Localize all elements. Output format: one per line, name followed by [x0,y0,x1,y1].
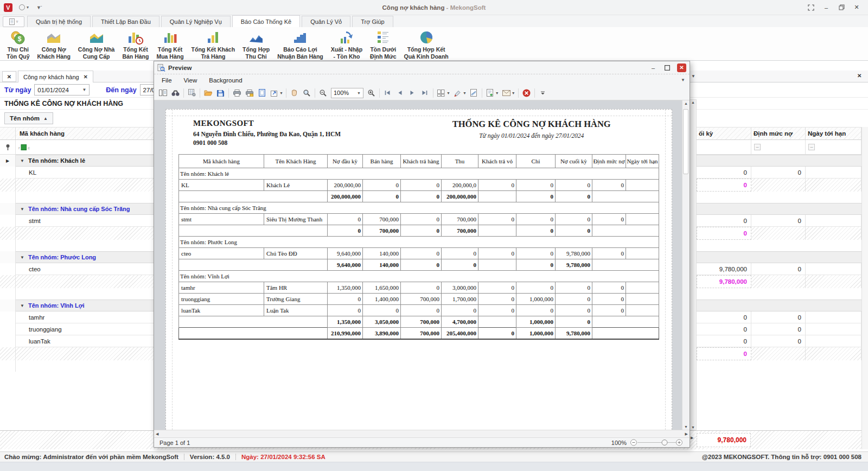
scale-button[interactable] [268,87,280,99]
nav-next-button[interactable] [406,87,419,99]
preview-close-icon[interactable]: ✕ [677,63,686,72]
quick-access-customize-icon[interactable]: ▼̄ [36,5,41,10]
filter-row-right[interactable]: –– [697,140,861,155]
tab-close-icon[interactable]: ✕ [84,74,88,80]
ribbon-button-area-chart-gray[interactable]: Công NợKhách Hàng [35,29,73,60]
send-dropdown-icon[interactable]: ▼ [512,91,515,95]
scroll-up-icon[interactable]: ▲ [691,100,695,104]
page-margins-button[interactable] [256,87,268,99]
data-row-KL[interactable]: KL [0,167,154,179]
quick-print-button[interactable] [243,87,256,99]
group-row-2[interactable]: ▼Tên nhóm: Nhà cung cấp Sóc Trăng [0,203,154,215]
preview-minimize-icon[interactable]: – [649,63,658,72]
page-color-dropdown-icon[interactable]: ▼ [463,91,467,95]
ribbon-button-bars-cycle[interactable]: Xuất - Nhập- Tồn Kho [328,29,365,60]
nav-first-button[interactable] [381,87,394,99]
ribbon-button-area-chart-teal[interactable]: Công Nợ NhàCung Cấp [75,29,118,60]
close-tab-button[interactable]: ✕ [2,71,16,82]
ribbon-button-line-mountain[interactable]: Tổng HợpThu Chi [240,29,272,60]
calendar-dropdown-icon[interactable]: ▼ [78,87,86,92]
data-row-right-cteo[interactable]: 9,780,0000 [697,263,861,275]
search-button[interactable] [169,87,182,99]
minimize-icon[interactable]: – [822,4,830,11]
close-button[interactable] [520,87,533,99]
document-tab[interactable]: Công nợ khách hàng✕ [18,71,93,82]
hand-button[interactable] [288,87,301,99]
ribbon-tab-6[interactable]: Trợ Giúp [352,16,393,27]
filter-row-left[interactable]: rc [0,140,154,155]
column-header-due-date[interactable]: Ngày tới hạn [806,128,861,139]
ribbon-button-pie[interactable]: Tổng Hợp KếtQuả Kinh Doanh [401,29,451,60]
ribbon-tab-2[interactable]: Thiết Lập Ban Đầu [92,16,159,27]
data-row-right-KL[interactable]: 00 [697,167,861,179]
fullscreen-icon[interactable] [807,4,815,11]
data-row-cteo[interactable]: cteo [0,263,154,275]
from-date-input[interactable]: 01/01/2024▼ [34,84,90,96]
page-color-button[interactable] [451,87,464,99]
ribbon-button-steps[interactable]: Báo Cáo LợiNhuận Bán Hàng [275,29,326,60]
multi-page-dropdown-icon[interactable]: ▼ [446,91,450,95]
preview-scroll-right-icon[interactable]: ▶ [685,432,688,436]
scale-dropdown-icon[interactable]: ▼ [279,91,283,95]
ribbon-button-bars-clock[interactable]: Tổng KếtBán Hàng [119,29,151,60]
preview-menu-3[interactable]: Background [209,77,242,84]
group-row-1[interactable]: ▶▼Tên nhóm: Khách lẻ [0,155,154,167]
data-row-right-truonggiang[interactable]: 00 [697,323,861,335]
ribbon-tab-3[interactable]: Quản Lý Nghiệp Vụ [161,16,231,27]
open-button[interactable] [202,87,214,99]
quick-access-caret-icon[interactable]: ▾ [27,5,29,10]
group-by-button[interactable]: Tên nhóm▲ [4,112,53,124]
group-row-3[interactable]: ▼Tên nhóm: Phước Long [0,251,154,263]
group-row-4[interactable]: ▼Tên nhóm: Vĩnh Lợi [0,300,154,311]
panel-close-icon[interactable]: ✕ [857,73,861,79]
tab-scroll-down-icon[interactable]: ▼ [691,74,695,79]
close-icon[interactable]: ✕ [853,4,860,11]
data-row-luanTak[interactable]: luanTak [0,335,154,347]
document-map-button[interactable] [157,87,169,99]
save-button[interactable] [214,87,227,99]
zoom-out-button[interactable] [317,87,329,99]
grid-scrollbar[interactable] [861,127,868,449]
data-row-truonggiang[interactable]: truonggiang [0,323,154,335]
data-row-right-stmt[interactable]: 00 [697,215,861,227]
ribbon-tab-5[interactable]: Quản Lý Vỏ [302,16,350,27]
column-header-closing-balance[interactable]: ối kỳ [697,128,751,139]
send-button[interactable] [500,87,513,99]
preview-horizontal-scrollbar[interactable]: ◀ ▶ [154,430,690,437]
data-row-tamhr[interactable]: tamhr [0,311,154,323]
zoom-select[interactable]: 100%▼ [331,88,363,98]
zoom-tool-button[interactable] [301,87,313,99]
watermark-button[interactable] [468,87,480,99]
app-menu-button[interactable]: ▿ [3,16,24,27]
print-button[interactable] [231,87,243,99]
column-header-customer-code[interactable]: Mã khách hàng [16,128,154,139]
data-row-right-tamhr[interactable]: 00 [697,311,861,323]
preview-scroll-down-icon[interactable]: ▼ [684,425,688,429]
preview-menu-1[interactable]: File [162,77,172,84]
zoom-slider[interactable] [630,438,684,447]
scroll-down-icon[interactable]: ▼ [691,425,695,429]
column-header-debt-limit[interactable]: Định mức nợ [751,128,806,139]
quick-access-icon[interactable] [19,4,25,10]
nav-last-button[interactable] [419,87,431,99]
chevron-down-icon[interactable]: ▼ [357,91,361,95]
nav-prev-button[interactable] [394,87,406,99]
ribbon-tab-4[interactable]: Báo Cáo Thống Kê [232,15,300,27]
ribbon-button-bars-return[interactable]: Tổng Kết KháchTrả Hàng [189,29,238,60]
menu-overflow-icon[interactable]: ▼ [681,78,685,82]
restore-icon[interactable] [838,4,845,11]
vertical-scrollbar[interactable]: ▲ ▼ [690,99,697,430]
preview-menu-2[interactable]: View [184,77,197,84]
data-row-stmt[interactable]: stmt [0,215,154,227]
customize-grid-button[interactable] [186,87,198,99]
ribbon-button-list-levels[interactable]: Tồn DướiĐịnh Mức [367,29,399,60]
multi-page-button[interactable] [435,87,448,99]
preview-maximize-icon[interactable] [663,63,672,72]
preview-titlebar[interactable]: Preview – ✕ [154,61,690,74]
preview-scroll-left-icon[interactable]: ◀ [156,432,158,436]
preview-scroll-thumb[interactable] [683,109,688,174]
data-row-right-luanTak[interactable]: 00 [697,335,861,347]
export-button[interactable] [484,87,496,99]
ribbon-button-coins[interactable]: €$Thu ChiTồn Quỹ [4,29,33,60]
scroll-right-icon[interactable]: ▶ [691,436,693,440]
